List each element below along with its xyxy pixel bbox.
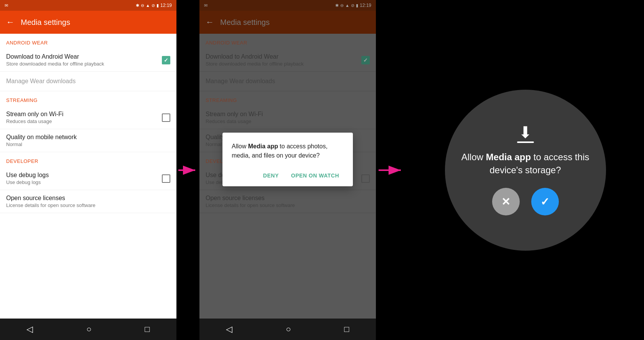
nav-home-2[interactable]: ○ xyxy=(286,324,291,334)
phone-screen-1: ✉ ✱ ⊖ ▲ ⊘ ▮ 12:19 ← Media settings ANDRO… xyxy=(0,0,176,340)
watch-panel: ⬇ Allow Media app to access this device'… xyxy=(407,0,644,340)
dialog-buttons: DENY OPEN ON WATCH xyxy=(232,169,344,182)
quality-mobile-subtitle: Normal xyxy=(6,141,170,147)
section-developer: DEVELOPER xyxy=(0,152,176,167)
phone-screen-2: ✉ ✱ ⊖ ▲ ⊘ ▮ 12:19 ← Media settings ANDRO… xyxy=(199,0,376,340)
nav-recent-1[interactable]: □ xyxy=(145,324,150,334)
settings-content-1: ANDROID WEAR Download to Android Wear St… xyxy=(0,34,176,319)
stream-wifi-subtitle: Reduces data usage xyxy=(6,118,162,124)
setting-debug-logs[interactable]: Use debug logs Use debug logs xyxy=(0,167,176,190)
setting-stream-wifi[interactable]: Stream only on Wi-Fi Reduces data usage xyxy=(0,106,176,129)
watch-allow-icon: ✓ xyxy=(540,195,549,208)
debug-logs-subtitle: Use debug logs xyxy=(6,179,162,185)
watch-buttons: ✕ ✓ xyxy=(492,188,559,215)
download-wear-subtitle: Store downloaded media for offline playb… xyxy=(6,61,162,67)
debug-logs-title: Use debug logs xyxy=(6,172,162,179)
open-source-subtitle: License details for open source software xyxy=(6,202,170,208)
debug-logs-checkbox[interactable] xyxy=(162,174,170,183)
setting-quality-mobile[interactable]: Quality on mobile network Normal xyxy=(0,129,176,152)
download-wear-title: Download to Android Wear xyxy=(6,53,162,60)
setting-download-wear[interactable]: Download to Android Wear Store downloade… xyxy=(0,49,176,72)
manage-wear-link[interactable]: Manage Wear downloads xyxy=(0,72,176,91)
minus-circle-icon: ⊖ xyxy=(141,3,144,8)
watch-deny-button[interactable]: ✕ xyxy=(492,188,520,215)
mail-icon: ✉ xyxy=(5,3,8,8)
dialog-overlay: Allow Media app to access photos, media,… xyxy=(199,0,376,319)
download-wear-checkbox[interactable] xyxy=(162,56,170,64)
setting-open-source[interactable]: Open source licenses License details for… xyxy=(0,190,176,213)
stream-wifi-checkbox[interactable] xyxy=(162,113,170,122)
nav-back-2[interactable]: ◁ xyxy=(226,324,232,334)
nav-recent-2[interactable]: □ xyxy=(344,324,349,334)
dialog-app-name: Media app xyxy=(248,143,278,149)
nav-back-1[interactable]: ◁ xyxy=(26,324,33,334)
wifi-off-icon: ⊘ xyxy=(152,3,155,8)
watch-allow-button[interactable]: ✓ xyxy=(531,188,559,215)
status-icons-1: ✱ ⊖ ▲ ⊘ ▮ 12:19 xyxy=(136,3,172,8)
open-source-title: Open source licenses xyxy=(6,195,170,202)
watch-download-icon: ⬇ xyxy=(517,125,534,143)
dialog-text: Allow Media app to access photos, media,… xyxy=(232,142,344,160)
nav-bar-1: ◁ ○ □ xyxy=(0,319,176,340)
panel2: ✉ ✱ ⊖ ▲ ⊘ ▮ 12:19 ← Media settings ANDRO… xyxy=(199,0,376,340)
deny-button[interactable]: DENY xyxy=(259,169,283,182)
back-button-1[interactable]: ← xyxy=(6,17,15,27)
nav-bar-2: ◁ ○ □ xyxy=(199,319,376,340)
signal-icon: ▲ xyxy=(146,3,150,8)
stream-wifi-title: Stream only on Wi-Fi xyxy=(6,111,162,118)
bluetooth-icon: ✱ xyxy=(136,3,139,8)
nav-home-1[interactable]: ○ xyxy=(86,324,91,334)
time-display: 12:19 xyxy=(160,3,172,8)
app-bar-1: ← Media settings xyxy=(0,11,176,34)
watch-permission-text: Allow Media app to access this device's … xyxy=(445,151,606,176)
quality-mobile-title: Quality on mobile network xyxy=(6,134,170,141)
section-streaming: STREAMING xyxy=(0,91,176,106)
arrow-container-1 xyxy=(176,0,199,340)
arrow-container-2 xyxy=(376,0,407,340)
app-bar-title-1: Media settings xyxy=(21,18,70,27)
battery-icon: ▮ xyxy=(156,3,159,8)
open-on-watch-button[interactable]: OPEN ON WATCH xyxy=(287,169,344,182)
section-android-wear: ANDROID WEAR xyxy=(0,34,176,49)
watch-deny-icon: ✕ xyxy=(501,195,510,208)
watch-screen: ⬇ Allow Media app to access this device'… xyxy=(445,90,606,251)
arrow-2 xyxy=(378,164,405,176)
status-bar-1: ✉ ✱ ⊖ ▲ ⊘ ▮ 12:19 xyxy=(0,0,176,11)
permission-dialog: Allow Media app to access photos, media,… xyxy=(222,133,353,186)
arrow-1 xyxy=(178,164,199,176)
panel1: ✉ ✱ ⊖ ▲ ⊘ ▮ 12:19 ← Media settings ANDRO… xyxy=(0,0,176,340)
